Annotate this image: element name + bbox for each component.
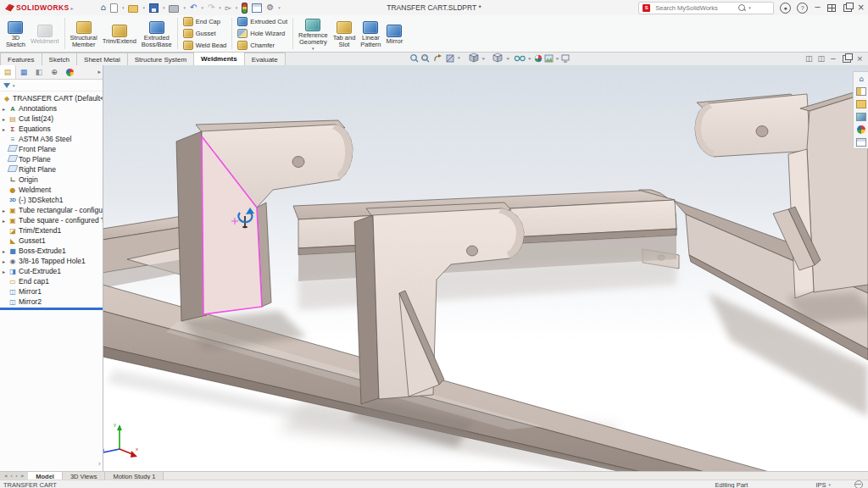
ribbon-reference-geometry-button[interactable]: Reference Geometry ▾: [297, 17, 330, 50]
tab-weldments[interactable]: Weldments: [193, 52, 245, 65]
display-manager-tab[interactable]: [62, 65, 77, 79]
globe-icon[interactable]: [854, 480, 863, 488]
ribbon-extruded-cut-button[interactable]: Extruded Cut: [236, 16, 289, 27]
logo-expand-icon[interactable]: ▸: [71, 5, 74, 11]
tree-item-front-plane[interactable]: Front Plane: [0, 144, 103, 154]
expand-arrow-icon[interactable]: ▸: [3, 258, 8, 264]
tree-item-mirror1[interactable]: ◫ Mirror1: [0, 286, 103, 297]
ribbon-structural-member-button[interactable]: Structural Member: [69, 19, 99, 48]
dimxpert-manager-tab[interactable]: ⊕: [47, 65, 62, 79]
options-table-icon[interactable]: [252, 3, 262, 13]
tree-item-3dsketch1[interactable]: 3D (-) 3DSketch1: [0, 195, 103, 205]
tree-item-right-plane[interactable]: Right Plane: [0, 164, 103, 175]
tree-item-equations[interactable]: ▸ Σ Equations: [0, 124, 103, 134]
ribbon-extruded-boss-base-button[interactable]: Extruded Boss/Base: [140, 19, 174, 48]
ribbon-trim-extend-button[interactable]: Trim/Extend: [101, 23, 138, 45]
close-icon[interactable]: ×: [858, 3, 865, 12]
search-input[interactable]: [654, 3, 735, 13]
doc-restore-icon[interactable]: [843, 55, 851, 63]
ribbon-tab-and-slot-button[interactable]: Tab and Slot: [331, 19, 358, 48]
tree-item-cut-extrude1[interactable]: ▸ ◨ Cut-Extrude1: [0, 266, 103, 276]
panel-collapse-icon[interactable]: ›: [98, 460, 101, 468]
restore-icon[interactable]: [843, 4, 852, 12]
tree-filter[interactable]: ▾: [0, 80, 103, 92]
tree-root[interactable]: ◆ TRANSFER CART (Default<As Machin: [0, 93, 103, 103]
tab-structure-system[interactable]: Structure System: [127, 53, 194, 65]
search-dropdown-icon[interactable]: ▾: [748, 5, 751, 10]
tree-item-tube-rectangular[interactable]: ▸ ▣ Tube rectangular - configured TR: [0, 205, 103, 215]
home-icon[interactable]: ⌂: [101, 3, 106, 12]
units-dropdown-icon[interactable]: ▾: [828, 482, 831, 487]
open-file-icon[interactable]: [128, 5, 138, 13]
expand-arrow-icon[interactable]: ▸: [3, 116, 8, 122]
tree-item-top-plane[interactable]: Top Plane: [0, 154, 103, 164]
configuration-manager-tab[interactable]: ◧: [31, 65, 47, 79]
ribbon-linear-pattern-button[interactable]: Linear Pattern: [359, 19, 382, 48]
heads-up-toolbar-icons[interactable]: [409, 53, 570, 65]
search-box[interactable]: S ▾: [638, 2, 774, 14]
custom-properties-icon[interactable]: [856, 138, 866, 147]
file-explorer-icon[interactable]: [856, 100, 866, 108]
settings-gear-icon[interactable]: ⚙: [266, 3, 274, 12]
property-manager-tab[interactable]: ▦: [16, 65, 31, 79]
tree-item-gusset1[interactable]: ◣ Gusset1: [0, 236, 103, 246]
ribbon-weldment-button[interactable]: Weldment: [29, 23, 61, 45]
ribbon-chamfer-button[interactable]: Chamfer: [236, 40, 276, 51]
expand-arrow-icon[interactable]: ▸: [3, 208, 8, 214]
tree-item-annotations[interactable]: ▸ A Annotations: [0, 103, 103, 114]
expand-arrow-icon[interactable]: ▸: [3, 248, 8, 254]
model-canvas[interactable]: y z x: [103, 65, 868, 471]
rebuild-traffic-light-icon[interactable]: [242, 3, 248, 14]
tree-item-end-cap1[interactable]: ▭ End cap1: [0, 276, 103, 286]
tab-sheet-metal[interactable]: Sheet Metal: [76, 53, 128, 65]
rollback-bar[interactable]: [0, 308, 103, 310]
design-library-icon[interactable]: [856, 87, 866, 96]
ribbon-3d-sketch-button[interactable]: 3D Sketch: [4, 19, 27, 48]
tree-item-origin[interactable]: ∟ Origin: [0, 175, 103, 185]
tree-item-mirror2[interactable]: ◫ Mirror2: [0, 297, 103, 307]
pane-split-left-icon[interactable]: ◫: [805, 55, 813, 63]
tree-item-tube-square[interactable]: ▸ ▣ Tube square - configured TS2X2X: [0, 215, 103, 225]
panel-tabs-expand-icon[interactable]: ▸: [97, 69, 103, 75]
tree-item-cut-list[interactable]: ▸ ▤ Cut list(24): [0, 114, 103, 124]
new-file-icon[interactable]: [110, 3, 118, 13]
ribbon-end-cap-button[interactable]: End Cap: [181, 16, 222, 27]
pane-split-right-icon[interactable]: ◫: [817, 55, 825, 63]
expand-arrow-icon[interactable]: ▸: [3, 218, 8, 224]
view-palette-icon[interactable]: [856, 113, 866, 121]
tree-item-trim-extend1[interactable]: ◪ Trim/Extend1: [0, 225, 103, 236]
expand-arrow-icon[interactable]: ▸: [3, 126, 8, 132]
reference-geometry-dropdown-icon[interactable]: ▾: [312, 47, 314, 50]
ribbon-hole-wizard-button[interactable]: Hole Wizard: [236, 28, 287, 39]
filter-dropdown-icon[interactable]: ▾: [13, 83, 15, 88]
help-icon[interactable]: ?: [797, 3, 808, 14]
save-icon[interactable]: [149, 3, 159, 13]
expand-arrow-icon[interactable]: ▸: [3, 106, 8, 112]
doc-close-icon[interactable]: ×: [856, 55, 863, 63]
ribbon-gusset-button[interactable]: Gusset: [181, 28, 218, 39]
tab-evaluate[interactable]: Evaluate: [244, 53, 286, 65]
undo-icon[interactable]: ↶: [190, 3, 197, 12]
appearances-icon[interactable]: [857, 125, 865, 134]
solidworks-logo[interactable]: SOLIDWORKS ▸: [0, 3, 79, 12]
select-cursor-icon[interactable]: ▻: [225, 3, 231, 12]
redo-icon[interactable]: ↷: [208, 3, 214, 12]
tree-item-material[interactable]: ≡ ASTM A36 Steel: [0, 134, 103, 144]
tab-sketch[interactable]: Sketch: [42, 53, 77, 65]
print-icon[interactable]: [169, 5, 179, 13]
status-units[interactable]: IPS: [815, 481, 826, 488]
expand-arrow-icon[interactable]: ▸: [3, 269, 8, 274]
graphics-viewport[interactable]: y z x: [103, 65, 868, 471]
tree-item-tapped-hole1[interactable]: ▸ ◉ 3/8-16 Tapped Hole1: [0, 256, 103, 266]
user-icon[interactable]: ●: [780, 3, 791, 14]
minimize-icon[interactable]: −: [814, 3, 821, 12]
doc-minimize-icon[interactable]: −: [830, 55, 837, 63]
ribbon-mirror-button[interactable]: Mirror: [385, 23, 405, 45]
search-icon[interactable]: [738, 4, 745, 11]
feature-tree-tab[interactable]: ▤: [0, 65, 16, 79]
ribbon-weld-bead-button[interactable]: Weld Bead: [181, 40, 229, 51]
tree-item-boss-extrude1[interactable]: ▸ ■ Boss-Extrude1: [0, 246, 103, 256]
tab-features[interactable]: Features: [0, 53, 42, 65]
resources-home-icon[interactable]: ⌂: [859, 75, 864, 83]
tree-item-weldment[interactable]: ● Weldment: [0, 185, 103, 195]
